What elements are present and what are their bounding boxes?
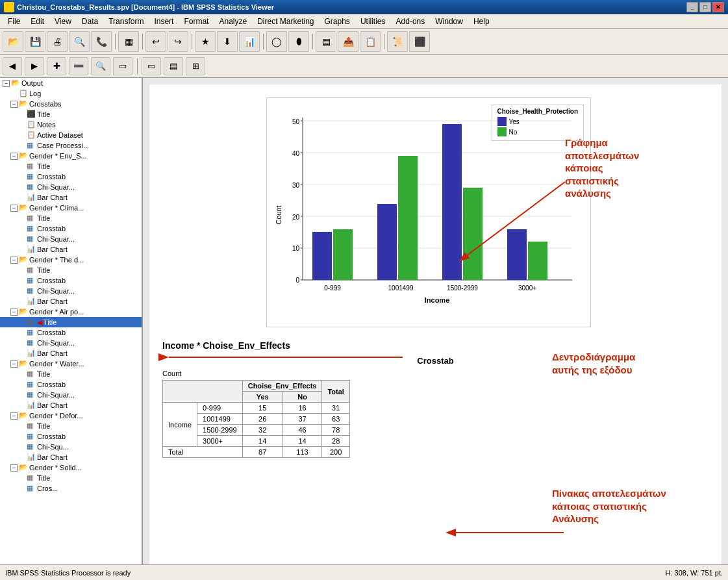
back-button[interactable]: ◀ (3, 57, 22, 75)
tree-item-crosstab6[interactable]: ▦Crosstab (0, 379, 142, 390)
tree-item-gender-thed[interactable]: −📂Gender * The d... (0, 255, 142, 265)
tree-item-gender-water[interactable]: −📂Gender * Water... (0, 359, 142, 369)
output-tree-panel[interactable]: −📂Output📋Log−📂Crosstabs⬛Title📋Notes📋Acti… (0, 78, 143, 564)
viewer-panel[interactable]: Choise_Health_Protection Yes No Count (143, 78, 728, 564)
menu-insert[interactable]: Insert (149, 16, 179, 27)
menu-file[interactable]: File (3, 16, 25, 27)
tree-icon-crosstabs: 📂 (19, 99, 28, 108)
toolbar2: ◀ ▶ ✚ ➖ 🔍 ▭ ▭ ▤ ⊞ (0, 55, 728, 78)
tree-item-title8[interactable]: ▦Title (0, 473, 142, 483)
open-file-button[interactable]: 📂 (3, 31, 23, 52)
tree-item-crosstab2[interactable]: ▦Crosstab (0, 171, 142, 182)
tree-item-bar3[interactable]: 📊Bar Chart (0, 244, 142, 255)
tree-item-chisq6[interactable]: ▦Chi-Squar... (0, 390, 142, 400)
tree-item-gender-clima[interactable]: −📂Gender * Clima... (0, 203, 142, 213)
tree-item-bar7[interactable]: 📊Bar Chart (0, 452, 142, 462)
menu-analyze[interactable]: Analyze (214, 16, 252, 27)
tree-item-bar4[interactable]: 📊Bar Chart (0, 296, 142, 307)
redo-button[interactable]: ↪ (168, 31, 188, 52)
tree-item-bar6[interactable]: 📊Bar Chart (0, 400, 142, 410)
menu-graphs[interactable]: Graphs (320, 16, 355, 27)
table-button[interactable]: ▤ (316, 31, 336, 52)
syntax-button[interactable]: ⬛ (409, 31, 430, 52)
tree-expand-gender-defor[interactable]: − (10, 412, 18, 420)
tree-item-active-dataset[interactable]: 📋Active Dataset (0, 130, 142, 140)
tree-item-gender-airpo[interactable]: −📂Gender * Air po... (0, 307, 142, 317)
close-button[interactable]: ✕ (712, 2, 724, 12)
insert-output-button[interactable]: ⬇ (217, 31, 238, 52)
tree-expand-gender-thed[interactable]: − (10, 257, 18, 264)
tree-item-title3[interactable]: ▦Title (0, 213, 142, 223)
tree-item-crosstab5[interactable]: ▦Crosstab (0, 327, 142, 338)
tree-item-crosstab8[interactable]: ▦Cros... (0, 483, 142, 494)
tree-item-gender-defor[interactable]: −📂Gender * Defor... (0, 410, 142, 421)
zoom-button[interactable]: 🔍 (69, 31, 90, 52)
save-button[interactable]: 💾 (25, 31, 45, 52)
menu-direct-marketing[interactable]: Direct Marketing (252, 16, 319, 27)
zoom-in-button[interactable]: ⊞ (186, 57, 205, 75)
find-button[interactable]: 🔍 (91, 57, 110, 75)
chart-button[interactable]: 📊 (239, 31, 260, 52)
collapse-button[interactable]: ➖ (69, 57, 88, 75)
menu-view[interactable]: View (49, 16, 77, 27)
minimize-button[interactable]: _ (686, 2, 698, 12)
tree-item-title5[interactable]: ▦◀Title (0, 317, 142, 327)
circle-button[interactable]: ◯ (266, 31, 287, 52)
menu-window[interactable]: Window (430, 16, 468, 27)
menu-data[interactable]: Data (77, 16, 103, 27)
print-button[interactable]: 🖨 (47, 31, 68, 52)
tree-expand-gender-clima[interactable]: − (10, 205, 18, 212)
tree-item-chisq5[interactable]: ▦Chi-Squar... (0, 338, 142, 348)
tree-item-crosstab7[interactable]: ▦Crosstab (0, 431, 142, 442)
tree-item-title7[interactable]: ▦Title (0, 421, 142, 431)
tree-item-title4[interactable]: ▦Title (0, 265, 142, 275)
main-table-title: Income * Choise_Env_Effects (162, 340, 709, 351)
data-editor-button[interactable]: ▦ (118, 31, 139, 52)
export-button[interactable]: 📤 (338, 31, 358, 52)
table-cell-yes: 32 (242, 425, 282, 436)
tree-item-log[interactable]: 📋Log (0, 88, 142, 99)
menu-utilities[interactable]: Utilities (355, 16, 391, 27)
tree-item-crosstab3[interactable]: ▦Crosstab (0, 223, 142, 234)
undo-button[interactable]: ↩ (145, 31, 166, 52)
tree-item-chisq2[interactable]: ▦Chi-Squar... (0, 182, 142, 192)
view-options-button[interactable]: ▭ (113, 57, 132, 75)
menu-edit[interactable]: Edit (25, 16, 49, 27)
bookmark-button[interactable]: ★ (195, 31, 216, 52)
script-button[interactable]: 📜 (387, 31, 408, 52)
menu-addons[interactable]: Add-ons (391, 16, 431, 27)
menu-transform[interactable]: Transform (103, 16, 149, 27)
tree-item-title2[interactable]: ▦Title (0, 161, 142, 171)
outline-button[interactable]: ▤ (164, 57, 183, 75)
tree-item-bar2[interactable]: 📊Bar Chart (0, 192, 142, 203)
menu-help[interactable]: Help (468, 16, 495, 27)
tree-item-title6[interactable]: ▦Title (0, 369, 142, 379)
tree-item-chisq4[interactable]: ▦Chi-Squar... (0, 286, 142, 296)
tree-expand-gender-water[interactable]: − (10, 360, 18, 368)
copy-button[interactable]: 📋 (360, 31, 381, 52)
tree-expand-gender-env[interactable]: − (10, 153, 18, 160)
tree-expand-output[interactable]: − (3, 80, 10, 87)
tree-item-notes1[interactable]: 📋Notes (0, 120, 142, 130)
oval-button[interactable]: ⬮ (288, 31, 309, 52)
tree-item-gender-solid[interactable]: −📂Gender * Solid... (0, 462, 142, 473)
tree-item-bar5[interactable]: 📊Bar Chart (0, 348, 142, 359)
forward-button[interactable]: ▶ (25, 57, 44, 75)
tree-item-crosstab4[interactable]: ▦Crosstab (0, 275, 142, 286)
phone-button[interactable]: 📞 (91, 31, 112, 52)
tree-expand-gender-airpo[interactable]: − (10, 309, 18, 316)
tree-item-crosstabs[interactable]: −📂Crosstabs (0, 99, 142, 109)
maximize-button[interactable]: □ (699, 2, 711, 12)
page-view-button[interactable]: ▭ (142, 57, 161, 75)
menu-format[interactable]: Format (179, 16, 214, 27)
tree-item-chisq7[interactable]: ▦Chi-Squ... (0, 442, 142, 452)
tree-item-chisq3[interactable]: ▦Chi-Squar... (0, 234, 142, 244)
tree-expand-gender-solid[interactable]: − (10, 464, 18, 472)
tree-item-gender-env[interactable]: −📂Gender * Env_S... (0, 151, 142, 161)
expand-button[interactable]: ✚ (47, 57, 66, 75)
tree-item-case-process[interactable]: ▦Case Processi... (0, 140, 142, 151)
tree-item-output[interactable]: −📂Output (0, 78, 142, 88)
tree-expand-crosstabs[interactable]: − (10, 101, 18, 108)
table-header-choise: Choise_Env_Effects (242, 381, 322, 392)
tree-item-title1[interactable]: ⬛Title (0, 109, 142, 120)
